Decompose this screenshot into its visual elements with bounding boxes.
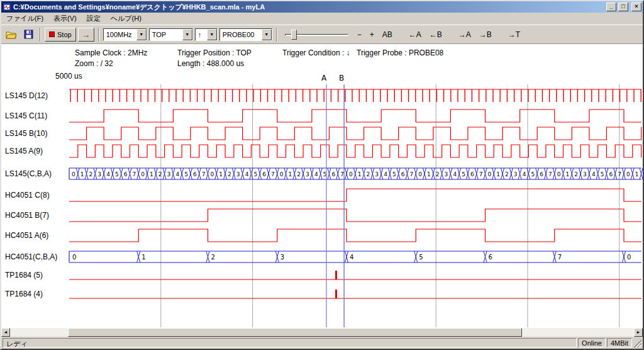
zoom-out-button[interactable]: − (354, 30, 365, 40)
toolbar-separator (98, 28, 99, 42)
bus-value: 2 (574, 171, 578, 178)
bus-value: 6 (193, 171, 197, 178)
bus-value: 5 (253, 171, 257, 178)
scrollbar-track[interactable] (10, 328, 634, 337)
close-button[interactable]: × (631, 3, 641, 11)
trigger-position-select[interactable]: TOP ▼ (149, 28, 193, 41)
bus-value: 5 (601, 171, 604, 178)
bus-value: 0 (72, 171, 75, 178)
trigger-edge-select[interactable]: ↑ ▼ (195, 28, 218, 41)
zoom-in-button[interactable]: + (367, 30, 377, 40)
square-wave (69, 209, 641, 222)
save-floppy-icon (24, 30, 33, 39)
open-file-button[interactable] (4, 28, 19, 42)
bus-value: 5 (419, 254, 423, 261)
horizontal-scrollbar[interactable]: ◄ ► (1, 328, 643, 337)
title-bar: C:¥Documents and Settings¥noname¥デスクトップ¥… (1, 1, 643, 13)
probe-select[interactable]: PROBE00 ▼ (219, 28, 272, 41)
run-button[interactable]: → (78, 28, 94, 42)
bus-value: 3 (306, 171, 309, 178)
sample-clock-select[interactable]: 100MHz ▼ (103, 28, 147, 41)
bus-value: 7 (558, 254, 562, 261)
status-online: Online (578, 338, 606, 347)
bus-value: 1 (219, 171, 223, 178)
bus-value: 7 (132, 171, 136, 178)
ab-span-button[interactable]: AB (379, 30, 396, 40)
chevron-down-icon[interactable]: ▼ (207, 29, 217, 40)
toolbar: Stop → 100MHz ▼ TOP ▼ ↑ ▼ PROBE00 ▼ − + … (1, 25, 643, 44)
trigger-position-value: TOP (150, 31, 182, 38)
status-bar: レディ Online 4MBit (1, 337, 643, 349)
bus-value: 2 (297, 171, 301, 178)
bus-value: 2 (211, 254, 215, 261)
bus-value: 0 (72, 254, 76, 261)
stop-label: Stop (57, 31, 72, 38)
bus-value: 6 (401, 171, 405, 178)
marker-label: B (339, 74, 344, 82)
bus-value: 1 (566, 171, 570, 178)
sample-clock-value: 100MHz (104, 31, 136, 38)
bus-value: 0 (211, 171, 214, 178)
goto-marker-b-right-button[interactable]: →B (476, 30, 495, 40)
bus-value: 5 (392, 171, 396, 178)
bus-value: 0 (488, 171, 492, 178)
bus-value: 1 (150, 171, 153, 178)
goto-marker-b-left-button[interactable]: ←B (426, 30, 445, 40)
bus-value: 1 (427, 171, 431, 178)
app-icon (3, 3, 11, 11)
bus-value: 5 (462, 171, 465, 178)
bus-value: 3 (167, 171, 171, 178)
chevron-down-icon[interactable]: ▼ (136, 29, 147, 40)
chevron-down-icon[interactable]: ▼ (262, 29, 272, 40)
stop-icon (49, 31, 55, 37)
maximize-button[interactable]: □ (618, 3, 628, 11)
trigger-edge-value: ↑ (196, 31, 207, 38)
scrollbar-thumb[interactable] (68, 328, 522, 337)
bus-value: 6 (124, 171, 128, 178)
pulse-mark (335, 290, 337, 298)
bus-value: 2 (436, 171, 440, 178)
bus-value: 2 (228, 171, 231, 178)
bus-value: 1 (289, 171, 292, 178)
menu-item-2[interactable]: 設定 (82, 13, 106, 25)
bus-value: 4 (350, 254, 353, 261)
bus-value: 5 (184, 171, 188, 178)
bus-value: 7 (340, 171, 344, 178)
bus-value: 1 (635, 171, 639, 178)
bus-value: 6 (609, 171, 613, 178)
bus-value: 4 (384, 171, 387, 178)
save-file-button[interactable] (21, 28, 36, 42)
bus-value: 2 (367, 171, 370, 178)
window-title: C:¥Documents and Settings¥noname¥デスクトップ¥… (13, 3, 604, 12)
bus-value: 5 (531, 171, 535, 178)
menu-item-1[interactable]: 表示(V) (48, 13, 82, 25)
menu-item-0[interactable]: ファイル(F) (1, 13, 48, 25)
bus-value: 3 (583, 171, 587, 178)
square-wave (69, 127, 641, 140)
bus-value: 4 (314, 171, 318, 178)
probe-value: PROBE00 (220, 31, 262, 38)
chevron-down-icon[interactable]: ▼ (182, 29, 192, 40)
bus-value: 0 (418, 171, 422, 178)
zoom-slider-thumb[interactable] (291, 30, 297, 40)
goto-marker-a-right-button[interactable]: →A (455, 30, 474, 40)
zoom-slider[interactable] (284, 28, 350, 42)
square-wave (69, 189, 641, 201)
menu-item-3[interactable]: ヘルプ(H) (106, 13, 147, 25)
bus-value: 3 (280, 254, 284, 261)
open-folder-icon (6, 30, 17, 39)
marker-label: A (321, 74, 327, 82)
bus-value: 7 (618, 171, 621, 178)
app-window: C:¥Documents and Settings¥noname¥デスクトップ¥… (0, 0, 644, 350)
stop-button[interactable]: Stop (45, 28, 76, 42)
waveform-area[interactable]: 0123456701234567012345670123456701234567… (1, 44, 643, 328)
resize-grip[interactable] (633, 338, 641, 347)
bus-value: 4 (523, 171, 526, 178)
bus-value: 1 (358, 171, 362, 178)
minimize-button[interactable]: _ (606, 3, 616, 11)
scroll-right-arrow-icon[interactable]: ► (634, 328, 643, 337)
goto-marker-a-left-button[interactable]: ←A (406, 30, 425, 40)
bus-value: 0 (349, 171, 353, 178)
scroll-left-arrow-icon[interactable]: ◄ (1, 328, 10, 337)
goto-trigger-button[interactable]: →T (505, 30, 523, 40)
